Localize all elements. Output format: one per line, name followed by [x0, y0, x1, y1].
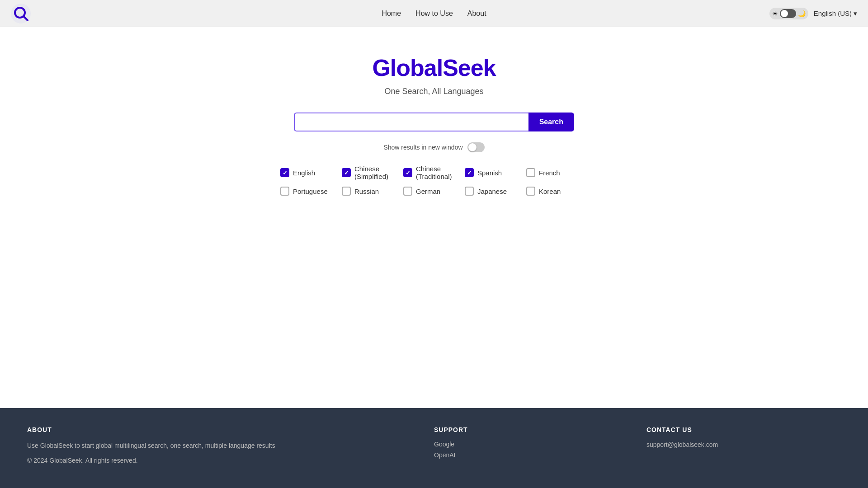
- footer-support: SUPPORT Google OpenAI: [434, 426, 628, 470]
- lang-option-japanese: Japanese: [465, 187, 526, 196]
- checkmark-icon: ✓: [406, 170, 410, 176]
- lang-option-portuguese: Portuguese: [280, 187, 342, 196]
- lang-checkbox-portuguese[interactable]: [280, 187, 289, 196]
- main-content: GlobalSeek One Search, All Languages Sea…: [0, 27, 868, 408]
- theme-toggle[interactable]: ☀ 🌙: [769, 8, 808, 19]
- lang-checkbox-german[interactable]: [403, 187, 412, 196]
- lang-option-chinese-traditional: ✓Chinese (Traditional): [403, 165, 465, 180]
- theme-toggle-pill[interactable]: [780, 9, 796, 18]
- lang-option-english: ✓English: [280, 165, 342, 180]
- header: Home How to Use About ☀ 🌙 English (US) ▾: [0, 0, 868, 27]
- lang-label-korean: Korean: [539, 188, 561, 195]
- footer: ABOUT Use GlobalSeek to start global mul…: [0, 408, 868, 488]
- lang-option-french: French: [526, 165, 588, 180]
- moon-icon: 🌙: [798, 10, 806, 17]
- lang-label-japanese: Japanese: [477, 188, 507, 195]
- logo-icon: [11, 4, 31, 23]
- lang-checkbox-english[interactable]: ✓: [280, 168, 289, 177]
- lang-label-german: German: [416, 188, 440, 195]
- chevron-down-icon: ▾: [854, 9, 857, 18]
- language-selector-label: English (US): [814, 9, 852, 17]
- footer-contact: CONTACT US support@globalseek.com: [646, 426, 841, 470]
- sun-icon: ☀: [772, 10, 778, 17]
- new-window-label: Show results in new window: [383, 144, 462, 151]
- lang-checkbox-chinese-traditional[interactable]: ✓: [403, 168, 412, 177]
- search-input[interactable]: [294, 113, 528, 131]
- footer-contact-title: CONTACT US: [646, 426, 841, 433]
- checkmark-icon: ✓: [344, 170, 349, 176]
- lang-checkbox-chinese-simplified[interactable]: ✓: [342, 168, 351, 177]
- footer-link-openai[interactable]: OpenAI: [434, 451, 628, 459]
- main-nav: Home How to Use About: [382, 9, 486, 18]
- lang-label-french: French: [539, 169, 560, 177]
- lang-option-korean: Korean: [526, 187, 588, 196]
- search-button[interactable]: Search: [528, 113, 574, 131]
- nav-about[interactable]: About: [467, 9, 486, 18]
- footer-about-description: Use GlobalSeek to start global multiling…: [27, 441, 416, 450]
- nav-home[interactable]: Home: [382, 9, 401, 18]
- new-window-toggle[interactable]: [467, 142, 485, 152]
- search-bar: Search: [294, 113, 574, 131]
- checkmark-icon: ✓: [283, 170, 288, 176]
- lang-label-english: English: [293, 169, 315, 177]
- language-selector[interactable]: English (US) ▾: [814, 9, 857, 18]
- lang-checkbox-russian[interactable]: [342, 187, 351, 196]
- nav-how-to-use[interactable]: How to Use: [415, 9, 453, 18]
- footer-contact-email: support@globalseek.com: [646, 441, 718, 448]
- app-subtitle: One Search, All Languages: [384, 87, 483, 96]
- lang-checkbox-french[interactable]: [526, 168, 535, 177]
- footer-link-google[interactable]: Google: [434, 441, 628, 448]
- lang-checkbox-spanish[interactable]: ✓: [465, 168, 474, 177]
- footer-copyright: © 2024 GlobalSeek. All rights reserved.: [27, 455, 416, 465]
- language-grid: ✓English✓Chinese (Simplified)✓Chinese (T…: [280, 165, 588, 196]
- lang-label-spanish: Spanish: [477, 169, 502, 177]
- lang-label-chinese-traditional: Chinese (Traditional): [416, 165, 465, 180]
- lang-label-portuguese: Portuguese: [293, 188, 328, 195]
- app-title: GlobalSeek: [372, 54, 495, 81]
- lang-label-chinese-simplified: Chinese (Simplified): [354, 165, 403, 180]
- logo-area: [11, 4, 31, 23]
- lang-option-german: German: [403, 187, 465, 196]
- checkmark-icon: ✓: [467, 170, 472, 176]
- new-window-row: Show results in new window: [383, 142, 484, 152]
- lang-checkbox-korean[interactable]: [526, 187, 535, 196]
- lang-option-spanish: ✓Spanish: [465, 165, 526, 180]
- lang-label-russian: Russian: [354, 188, 379, 195]
- footer-about: ABOUT Use GlobalSeek to start global mul…: [27, 426, 416, 470]
- header-right: ☀ 🌙 English (US) ▾: [769, 8, 857, 19]
- lang-option-russian: Russian: [342, 187, 403, 196]
- lang-option-chinese-simplified: ✓Chinese (Simplified): [342, 165, 403, 180]
- footer-about-title: ABOUT: [27, 426, 416, 433]
- footer-support-title: SUPPORT: [434, 426, 628, 433]
- lang-checkbox-japanese[interactable]: [465, 187, 474, 196]
